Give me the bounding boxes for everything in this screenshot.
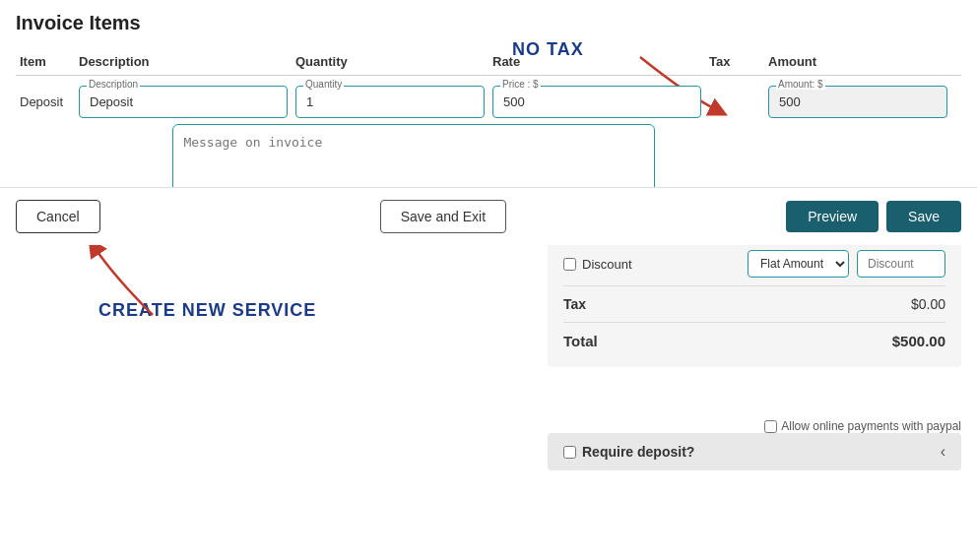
col-description: Description: [75, 52, 292, 71]
table-row: Deposit Description Quantity Price : $ A…: [16, 80, 961, 124]
chevron-left-icon[interactable]: ‹: [941, 443, 945, 461]
col-tax: Tax: [705, 52, 764, 71]
tax-value: $0.00: [911, 296, 945, 312]
paypal-checkbox[interactable]: [764, 420, 777, 433]
deposit-checkbox[interactable]: [563, 446, 576, 459]
rate-input[interactable]: [492, 86, 701, 118]
deposit-label: Require deposit?: [582, 444, 694, 460]
save-button[interactable]: Save: [886, 201, 961, 232]
col-quantity: Quantity: [292, 52, 488, 71]
discount-controls: Flat Amount Percentage: [748, 250, 945, 278]
total-row: Total $500.00: [563, 327, 945, 355]
save-exit-button[interactable]: Save and Exit: [380, 200, 506, 233]
bottom-bar: Cancel Save and Exit Preview Save: [0, 187, 977, 245]
quantity-label: Quantity: [303, 79, 344, 90]
tax-row: Tax $0.00: [563, 290, 945, 318]
paypal-label: Allow online payments with paypal: [781, 419, 961, 433]
rate-field-wrap: Price : $: [492, 86, 701, 118]
col-amount: Amount: [764, 52, 951, 71]
quantity-field-wrap: Quantity: [295, 86, 485, 118]
discount-checkbox[interactable]: [563, 258, 576, 271]
create-service-annotation: CREATE NEW SERVICE: [98, 300, 316, 320]
preview-button[interactable]: Preview: [786, 201, 879, 232]
discount-type-select[interactable]: Flat Amount Percentage: [748, 250, 849, 278]
table-header: Item Description Quantity Rate Tax Amoun…: [16, 48, 961, 76]
col-item: Item: [16, 52, 75, 71]
discount-row: Discount Flat Amount Percentage: [563, 246, 945, 281]
rate-label: Price : $: [500, 79, 541, 90]
description-field-wrap: Description: [79, 86, 288, 118]
discount-label: Discount: [582, 257, 632, 272]
item-label: Deposit: [16, 93, 75, 111]
deposit-section: Require deposit? ‹: [548, 433, 961, 470]
description-label: Description: [87, 79, 140, 90]
page-title: Invoice Items: [16, 12, 961, 34]
amount-field-wrap: Amount: $: [768, 86, 947, 118]
right-buttons: Preview Save: [786, 201, 961, 232]
deposit-left: Require deposit?: [563, 444, 694, 460]
quantity-input[interactable]: [295, 86, 485, 118]
discount-value-input[interactable]: [857, 250, 945, 278]
col-rate: Rate: [488, 52, 705, 71]
amount-input: [768, 86, 947, 118]
total-value: $500.00: [892, 333, 945, 349]
discount-left: Discount: [563, 257, 632, 272]
total-label: Total: [563, 333, 598, 349]
description-input[interactable]: [79, 86, 288, 118]
amount-label: Amount: $: [776, 79, 825, 90]
cancel-button[interactable]: Cancel: [16, 200, 100, 233]
tax-label: Tax: [563, 296, 586, 312]
